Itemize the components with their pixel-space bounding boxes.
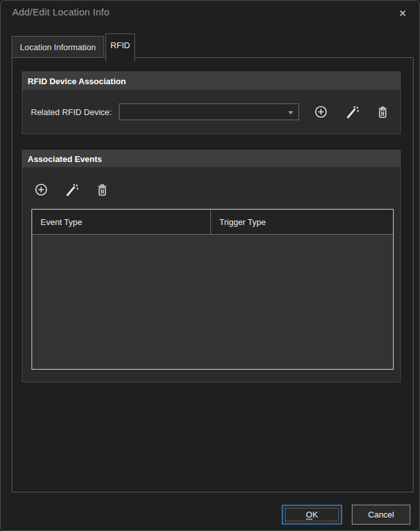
associated-events-group: Associated Events bbox=[22, 150, 401, 382]
trash-icon bbox=[95, 183, 109, 197]
group-header-device-association: RFID Device Association bbox=[23, 72, 400, 90]
device-association-body: Related RFID Device: bbox=[23, 90, 400, 134]
magic-wand-icon bbox=[65, 183, 79, 197]
ok-label-accesskey: O bbox=[306, 510, 313, 519]
plus-circle-icon bbox=[34, 183, 48, 197]
trash-icon bbox=[376, 105, 390, 119]
delete-device-button[interactable] bbox=[374, 104, 391, 120]
tab-location-information[interactable]: Location Information bbox=[12, 36, 104, 58]
related-rfid-device-combobox[interactable] bbox=[119, 104, 299, 120]
rfid-tab-panel: RFID Device Association Related RFID Dev… bbox=[12, 57, 414, 492]
related-rfid-device-label: Related RFID Device: bbox=[31, 90, 112, 134]
ok-button[interactable]: OK bbox=[282, 505, 342, 525]
add-event-button[interactable] bbox=[33, 181, 50, 198]
tab-rfid[interactable]: RFID bbox=[105, 33, 135, 62]
magic-wand-icon bbox=[345, 105, 360, 119]
rfid-device-association-group: RFID Device Association Related RFID Dev… bbox=[22, 71, 401, 134]
plus-circle-icon bbox=[314, 105, 328, 119]
delete-event-button[interactable] bbox=[94, 181, 111, 198]
ok-label-rest: K bbox=[313, 510, 318, 519]
close-icon[interactable]: ✕ bbox=[394, 5, 412, 22]
associated-events-body: Event Type Trigger Type bbox=[23, 167, 400, 382]
column-header-trigger-type[interactable]: Trigger Type bbox=[211, 210, 393, 234]
events-table-header: Event Type Trigger Type bbox=[32, 210, 393, 235]
cancel-label: Cancel bbox=[368, 510, 394, 519]
events-table: Event Type Trigger Type bbox=[32, 209, 394, 370]
edit-device-button[interactable] bbox=[344, 104, 361, 120]
events-table-body bbox=[32, 235, 393, 369]
column-header-event-type[interactable]: Event Type bbox=[32, 210, 211, 234]
group-header-associated-events: Associated Events bbox=[23, 150, 400, 167]
window-title: Add/Edit Location Info bbox=[12, 6, 109, 17]
add-device-button[interactable] bbox=[313, 104, 329, 120]
cancel-button[interactable]: Cancel bbox=[352, 505, 410, 525]
add-edit-location-dialog: { "window": { "title": "Add/Edit Locatio… bbox=[0, 0, 420, 531]
edit-event-button[interactable] bbox=[64, 181, 80, 198]
chevron-down-icon bbox=[288, 111, 293, 114]
